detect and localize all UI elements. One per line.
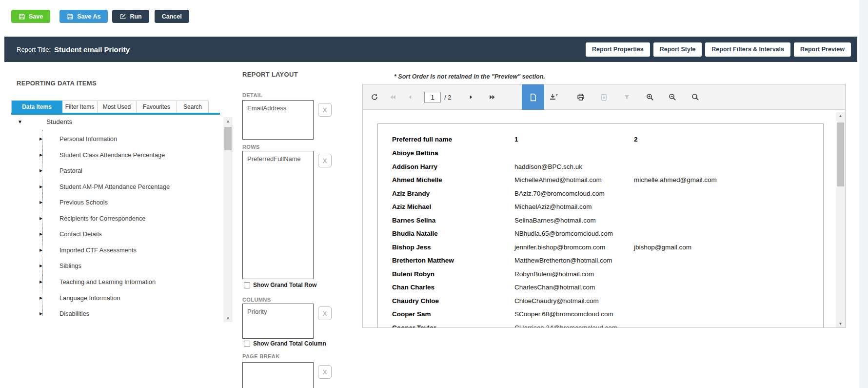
show-grand-total-column-checkbox[interactable] [244, 341, 250, 347]
tree-node-label: Recipients for Correspondence [59, 214, 145, 223]
viewer-scroll-down-button[interactable]: ▼ [836, 320, 845, 327]
single-page-view-button[interactable] [522, 84, 544, 110]
report-viewer-toolbar: / 2 [363, 84, 845, 110]
tree-scroll-up-button[interactable]: ▲ [223, 117, 233, 125]
expand-arrow-icon[interactable]: ▶ [39, 153, 42, 157]
table-cell: RobynBuleni@hotmail.com [514, 270, 594, 279]
detail-drop-zone[interactable]: EmailAddress [242, 100, 314, 140]
rows-drop-zone[interactable]: PreferredFullName [242, 151, 314, 279]
zoom-out-icon [669, 93, 676, 101]
table-header-cell: 2 [634, 135, 638, 144]
expand-arrow-icon[interactable]: ▶ [39, 280, 42, 284]
table-cell: SCooper.68@bromcomcloud.com [514, 310, 613, 319]
expand-arrow-icon[interactable]: ▶ [39, 200, 42, 204]
table-cell: CHarrison.34@bromcomcloud.com [514, 324, 617, 328]
rows-section-label: ROWS [242, 144, 260, 150]
cancel-label: Cancel [162, 13, 182, 20]
run-button[interactable]: Run [112, 10, 149, 23]
tree-guide-line [42, 130, 43, 316]
filter-icon [623, 94, 631, 101]
report-title-bar: Report Title: Student email Priority Rep… [4, 37, 857, 62]
viewer-scrollbar[interactable]: ▲ ▼ [836, 112, 845, 327]
report-preview-button[interactable]: Report Preview [794, 42, 851, 57]
print-button[interactable] [574, 84, 587, 110]
table-cell: Addison Harry [392, 163, 437, 171]
tab-data-items[interactable]: Data Items [11, 101, 62, 113]
next-page-button[interactable] [465, 84, 477, 110]
expand-arrow-icon[interactable]: ▶ [39, 168, 42, 173]
first-page-icon [389, 94, 396, 101]
search-icon [691, 93, 699, 101]
table-cell: Barnes Selina [392, 216, 435, 225]
table-cell: Bhudia Natalie [392, 229, 438, 238]
prev-page-icon [407, 94, 413, 100]
report-style-button[interactable]: Report Style [653, 42, 702, 57]
table-cell: jbishop@gmail.com [634, 243, 691, 252]
last-page-button[interactable] [486, 84, 499, 110]
show-grand-total-row-checkbox[interactable] [244, 282, 250, 288]
viewer-scroll-thumb[interactable] [837, 123, 844, 186]
tab-favourites[interactable]: Favourites [137, 101, 177, 113]
tree-scrollbar[interactable]: ▲ ▼ [223, 117, 233, 322]
expand-arrow-icon[interactable]: ▶ [39, 137, 42, 141]
table-cell: Abioye Bettina [392, 149, 438, 158]
expand-arrow-icon[interactable]: ▶ [39, 184, 42, 189]
tree-scroll-thumb[interactable] [224, 127, 232, 150]
expand-arrow-icon[interactable]: ▶ [39, 232, 42, 236]
table-cell: michelle.ahmed@gmail.com [634, 176, 717, 184]
detail-section-label: DETAIL [242, 92, 262, 98]
collapse-arrow-icon[interactable]: ▼ [18, 119, 22, 124]
cancel-button[interactable]: Cancel [155, 10, 189, 23]
tab-search[interactable]: Search [177, 101, 209, 113]
table-cell: CharlesChan@hotmail.com [514, 283, 595, 292]
expand-arrow-icon[interactable]: ▶ [39, 296, 42, 300]
table-cell: MatthewBretherton@hotmail.com [514, 256, 612, 265]
document-map-button [597, 84, 610, 110]
last-page-icon [489, 94, 496, 101]
detail-remove-button[interactable]: X [318, 103, 332, 117]
save-button[interactable]: Save [11, 10, 50, 23]
tree-scroll-down-button[interactable]: ▼ [223, 314, 233, 322]
expand-arrow-icon[interactable]: ▶ [39, 264, 42, 268]
columns-drop-zone[interactable]: Priority [242, 304, 314, 339]
page-number-input[interactable] [424, 92, 441, 102]
viewer-scroll-up-button[interactable]: ▲ [836, 112, 845, 120]
first-page-button [386, 84, 399, 110]
table-cell: Bretherton Matthew [392, 256, 454, 265]
zoom-in-button[interactable] [644, 84, 656, 110]
rows-remove-button[interactable]: X [318, 154, 332, 167]
show-grand-total-column-label: Show Grand Total Column [253, 340, 326, 347]
page-scrollbar-track[interactable] [859, 0, 868, 388]
report-viewer-body: Preferred full name12Abioye BettinaAddis… [363, 110, 845, 327]
show-grand-total-row-label: Show Grand Total Row [253, 282, 316, 288]
tree-node-label: Language Information [59, 294, 120, 303]
tab-filter-items[interactable]: Filter Items [62, 101, 98, 113]
print-icon [577, 93, 585, 101]
prev-page-button [404, 84, 416, 110]
expand-arrow-icon[interactable]: ▶ [39, 311, 42, 316]
reporting-data-items-heading: REPORTING DATA ITEMS [17, 80, 97, 87]
report-filters-intervals-button[interactable]: Report Filters & Intervals [705, 42, 790, 57]
search-button[interactable] [689, 84, 702, 110]
export-button[interactable] [547, 84, 560, 110]
expand-arrow-icon[interactable]: ▶ [39, 216, 42, 221]
report-page: Preferred full name12Abioye BettinaAddis… [377, 123, 824, 327]
page-break-remove-button[interactable]: X [318, 365, 332, 379]
expand-arrow-icon[interactable]: ▶ [39, 248, 42, 252]
table-header-cell: 1 [514, 135, 518, 144]
floppy-icon [19, 13, 25, 20]
report-properties-button[interactable]: Report Properties [586, 42, 650, 57]
save-as-button[interactable]: Save As [59, 10, 108, 23]
tab-strip-underline [11, 113, 220, 115]
page-break-drop-zone[interactable] [242, 362, 314, 388]
data-items-tree: ▼ Students ▶Personal Information▶Student… [11, 118, 221, 323]
show-grand-total-row-option: Show Grand Total Row [244, 282, 316, 288]
refresh-button[interactable] [368, 84, 381, 110]
sort-order-note: * Sort Order is not retained in the "Pre… [394, 73, 545, 80]
tab-most-used[interactable]: Most Used [98, 101, 137, 113]
table-cell: Cooper Taylor [392, 324, 436, 328]
columns-remove-button[interactable]: X [318, 306, 332, 320]
table-cell: Ahmed Michelle [392, 176, 442, 184]
table-cell: Buleni Robyn [392, 270, 434, 279]
zoom-out-button[interactable] [666, 84, 679, 110]
